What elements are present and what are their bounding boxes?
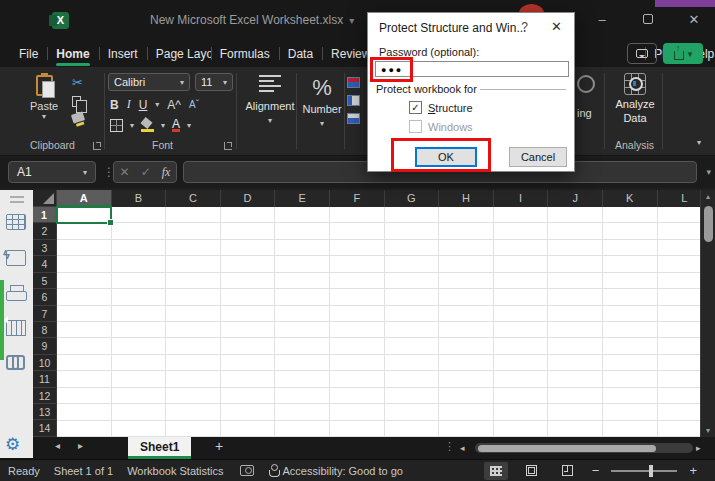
normal-view-button[interactable] [484,462,508,480]
active-cell-selection[interactable] [56,206,112,224]
bold-button[interactable]: B [110,98,119,112]
sidebar-printer-icon[interactable] [6,285,26,301]
cancel-button[interactable]: Cancel [509,147,567,167]
dialog-help-button[interactable]: ? [521,20,528,34]
underline-button[interactable]: U [139,98,148,112]
alignment-group-button[interactable]: Alignment ▾ [242,75,298,125]
format-as-table-icon[interactable] [347,95,360,106]
row-header[interactable]: 12 [33,388,57,404]
sheet-tab-sheet1[interactable]: Sheet1 [128,437,191,459]
comments-button[interactable] [627,43,657,64]
copy-icon[interactable] [72,96,81,107]
column-header[interactable]: D [221,190,276,207]
column-header[interactable]: C [166,190,221,207]
page-layout-view-button[interactable] [520,462,544,480]
font-dialog-launcher[interactable] [224,142,232,150]
column-header[interactable]: K [603,190,658,207]
row-header[interactable]: 3 [33,240,57,256]
sidebar-table-icon[interactable] [6,320,26,336]
ribbon-tab[interactable]: Home [47,40,98,67]
zoom-slider[interactable] [611,470,677,472]
column-header[interactable]: B [112,190,167,207]
scroll-up-icon[interactable]: ▴ [701,190,715,204]
confirm-entry-icon[interactable]: ✓ [141,165,151,179]
underline-chevron-icon[interactable]: ▾ [155,100,159,109]
font-color-button[interactable]: A [172,119,180,132]
sidebar-binoculars-icon[interactable] [6,353,26,369]
increase-font-size-button[interactable]: A^ [167,98,181,112]
display-settings-icon[interactable] [240,465,254,476]
editing-group-partial[interactable]: ing [577,75,595,119]
structure-checkbox[interactable]: ✓ [409,101,422,114]
page-break-view-button[interactable] [556,462,580,480]
minimize-button[interactable]: – [589,8,615,30]
paste-button[interactable]: Paste ▾ [22,75,66,121]
maximize-button[interactable] [635,8,661,30]
font-size-select[interactable]: 11 ▾ [195,73,233,91]
select-all-corner[interactable] [33,190,57,207]
row-header[interactable]: 4 [33,256,57,272]
scroll-down-icon[interactable]: ▾ [701,426,715,435]
name-box[interactable]: A1 ▾ [8,161,96,183]
ribbon-tab[interactable]: Data [279,40,322,67]
column-header[interactable]: E [275,190,330,207]
conditional-formatting-icon[interactable] [347,77,360,88]
row-header[interactable]: 5 [33,273,57,289]
structure-checkbox-row[interactable]: ✓ Structure [409,101,473,114]
font-name-select[interactable]: Calibri ▾ [108,73,190,91]
sidebar-flash-icon[interactable] [6,250,26,266]
share-button[interactable]: ▾ [663,43,703,64]
borders-icon[interactable] [110,119,123,132]
horizontal-scroll-thumb[interactable] [478,445,656,452]
italic-button[interactable]: I [127,97,131,112]
horizontal-scrollbar[interactable]: ◂ ▸ [460,441,708,455]
sidebar-handle-icon[interactable] [10,196,24,203]
decrease-font-size-button[interactable]: Aˇ [189,99,199,110]
ribbon-tab[interactable]: Formulas [211,40,279,67]
column-header[interactable]: J [548,190,603,207]
close-window-button[interactable]: ✕ [681,8,707,30]
accessibility-status[interactable]: Accessibility: Good to go [283,465,403,477]
row-header[interactable]: 11 [33,371,57,387]
clipboard-dialog-launcher[interactable] [93,142,101,150]
cut-icon[interactable]: ✂ [72,75,83,90]
column-header[interactable]: I [494,190,549,207]
new-sheet-button[interactable]: + [215,438,223,454]
document-title[interactable]: New Microsoft Excel Worksheet.xlsx▾ [150,13,354,27]
cell-styles-icon[interactable] [347,113,360,124]
row-header[interactable]: 7 [33,306,57,322]
column-header[interactable]: A [57,190,112,207]
fill-color-chevron-icon[interactable]: ▾ [161,121,165,130]
row-header[interactable]: 8 [33,322,57,338]
sidebar-gear-icon[interactable]: ⚙ [5,434,20,455]
collapse-ribbon-icon[interactable]: ▾ [697,138,701,147]
sidebar-spreadsheet-icon[interactable] [6,214,26,230]
ribbon-tab[interactable]: Page Layout [147,40,211,67]
analyze-data-button[interactable]: Analyze Data [612,73,658,126]
ribbon-tab[interactable]: File [10,40,47,67]
row-header[interactable]: 13 [33,404,57,420]
workbook-statistics-button[interactable]: Workbook Statistics [127,465,223,477]
sidebar-collapse-icon[interactable] [0,316,8,324]
next-sheet-icon[interactable]: ▸ [78,440,83,451]
row-header[interactable]: 9 [33,338,57,354]
borders-chevron-icon[interactable]: ▾ [130,121,134,130]
zoom-out-button[interactable]: − [592,463,600,478]
scroll-right-icon[interactable]: ▸ [696,443,708,453]
dialog-close-button[interactable]: ✕ [551,19,562,34]
row-header[interactable]: 2 [33,223,57,239]
previous-sheet-icon[interactable]: ◂ [55,440,60,451]
column-header[interactable]: H [439,190,494,207]
row-header[interactable]: 6 [33,289,57,305]
row-header[interactable]: 1 [33,207,57,223]
number-group-button[interactable]: % Number ▾ [298,75,346,128]
column-header[interactable]: L [658,190,700,207]
expand-formula-bar-icon[interactable]: ▾ [706,167,711,177]
vertical-scroll-thumb[interactable] [704,206,713,242]
format-painter-icon[interactable] [71,111,85,123]
vertical-scrollbar[interactable]: ▴ ▾ [700,190,715,437]
column-header[interactable]: F [330,190,385,207]
row-header[interactable]: 14 [33,420,57,436]
zoom-in-button[interactable]: + [689,463,697,478]
horizontal-scroll-track[interactable] [475,443,693,453]
